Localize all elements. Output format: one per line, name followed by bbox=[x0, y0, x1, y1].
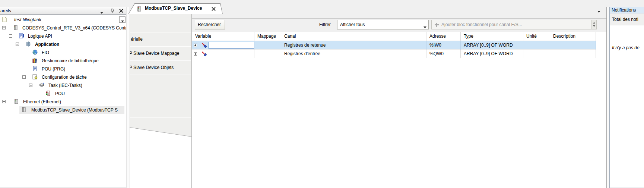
adresse-cell[interactable]: %QW0 bbox=[426, 50, 461, 58]
type-cell[interactable]: ARRAY [0..9] OF WORD bbox=[461, 50, 523, 58]
collapse-expander-icon[interactable] bbox=[16, 43, 19, 46]
tree-item-label: POU bbox=[55, 91, 65, 96]
tree-item-modbus-slave[interactable]: ModbusTCP_Slave_Device (ModbusTCP S bbox=[0, 106, 126, 114]
panel-splitter[interactable] bbox=[127, 7, 129, 188]
table-row[interactable]: Registres de retenue %IW0 ARRAY [0..9] O… bbox=[192, 41, 596, 50]
tree-item-label: Application bbox=[35, 42, 59, 47]
table-header-row: Variable Mappage Canal Adresse Type Unit… bbox=[192, 32, 596, 41]
modbus-device-icon bbox=[136, 6, 143, 12]
plus-icon bbox=[435, 23, 439, 27]
filter-label: Filtrer bbox=[319, 22, 331, 27]
column-header-canal[interactable]: Canal bbox=[281, 32, 426, 41]
tree-item-pou-call[interactable]: POU bbox=[0, 90, 126, 98]
tree-item-label: Ethernet (Ethernet) bbox=[23, 99, 61, 104]
side-tab-separator bbox=[130, 75, 191, 75]
column-header-unite[interactable]: Unité bbox=[523, 32, 550, 41]
ethernet-device-icon bbox=[13, 98, 20, 105]
tree-item-library-manager[interactable]: Gestionnaire de bibliothèque bbox=[0, 57, 126, 65]
column-header-variable[interactable]: Variable bbox=[192, 32, 254, 41]
tab-close-icon[interactable] bbox=[212, 7, 216, 11]
notifications-total-label: Total des noti bbox=[610, 13, 644, 25]
collapse-expander-icon[interactable] bbox=[22, 75, 26, 79]
column-header-adresse[interactable]: Adresse bbox=[426, 32, 461, 41]
tree-item-label: Logique API bbox=[28, 34, 52, 39]
variable-cell[interactable] bbox=[192, 41, 254, 50]
tree-item-label: test fillingtank bbox=[14, 17, 41, 22]
pou-call-icon bbox=[45, 90, 52, 97]
chevron-down-icon[interactable] bbox=[423, 24, 426, 29]
tree-item-label: FIO bbox=[42, 50, 49, 55]
io-mapping-table: Variable Mappage Canal Adresse Type Unit… bbox=[192, 32, 596, 58]
input-variable-icon bbox=[202, 43, 207, 48]
side-tab-slave-device-objets[interactable]: P Slave Device Objets bbox=[130, 60, 191, 75]
tree-item-task[interactable]: Task (IEC-Tasks) bbox=[0, 81, 126, 90]
canal-cell[interactable]: Registres de retenue bbox=[281, 41, 426, 50]
column-header-mappage[interactable]: Mappage bbox=[254, 32, 281, 41]
variable-cell[interactable] bbox=[192, 50, 254, 58]
plc-device-icon bbox=[13, 25, 19, 31]
add-function-block-button[interactable]: Ajouter bloc fonctionnel pour canal E/S.… bbox=[431, 20, 597, 29]
globe-icon bbox=[32, 49, 38, 56]
document-tab-label[interactable]: ModbusTCP_Slave_Device bbox=[145, 6, 202, 11]
collapse-expander-icon[interactable] bbox=[9, 34, 12, 38]
application-gear-icon bbox=[25, 41, 32, 47]
library-books-icon bbox=[32, 57, 38, 64]
tab-overflow-dropdown-icon[interactable] bbox=[597, 9, 600, 14]
task-config-icon bbox=[32, 74, 38, 80]
spinner-control[interactable] bbox=[591, 20, 596, 29]
collapse-expander-icon[interactable] bbox=[2, 26, 6, 29]
close-icon[interactable] bbox=[118, 9, 124, 13]
toolbar-top-border bbox=[192, 18, 606, 19]
expand-icon[interactable] bbox=[194, 52, 197, 56]
tree-item-project[interactable]: test fillingtank bbox=[0, 16, 126, 24]
device-select-dropdown[interactable] bbox=[119, 16, 126, 23]
output-variable-icon bbox=[202, 51, 207, 57]
side-tab-slave-device-mappage[interactable]: P Slave Device Mappage bbox=[130, 46, 191, 60]
tree-item-label: POU (PRG) bbox=[42, 66, 65, 72]
tree-item-pou-prg[interactable]: POU (PRG) bbox=[0, 65, 126, 73]
side-tab-generale[interactable]: érielle bbox=[130, 32, 191, 46]
tree-item-label: CODESYS_Control_RTE_V3_x64 (CODESYS Cont… bbox=[22, 25, 126, 31]
column-header-type[interactable]: Type bbox=[461, 32, 523, 41]
collapse-expander-icon[interactable] bbox=[2, 100, 6, 103]
expand-icon[interactable] bbox=[194, 44, 197, 47]
type-cell[interactable]: ARRAY [0..9] OF WORD bbox=[461, 41, 523, 50]
variable-edit-input[interactable] bbox=[209, 42, 254, 49]
pin-icon[interactable] bbox=[110, 9, 115, 13]
tree-item-plc-device[interactable]: CODESYS_Control_RTE_V3_x64 (CODESYS Cont… bbox=[0, 24, 126, 32]
adresse-cell[interactable]: %IW0 bbox=[426, 41, 461, 50]
tree-item-label: ModbusTCP_Slave_Device (ModbusTCP S bbox=[31, 107, 118, 113]
description-cell[interactable] bbox=[550, 41, 596, 50]
panel-splitter[interactable] bbox=[607, 7, 609, 188]
tree-item-ethernet[interactable]: Ethernet (Ethernet) bbox=[0, 98, 126, 106]
tree-item-plc-logic[interactable]: Logique API bbox=[0, 32, 126, 40]
tree-item-label: Task (IEC-Tasks) bbox=[48, 83, 82, 88]
canal-cell[interactable]: Registres d'entrée bbox=[281, 50, 426, 58]
column-header-description[interactable]: Description bbox=[550, 32, 596, 41]
plc-logic-icon bbox=[19, 33, 25, 39]
tree-item-task-configuration[interactable]: Configuration de tâche bbox=[0, 73, 126, 81]
devices-panel-title: areils bbox=[0, 8, 11, 13]
notifications-panel: Notifications Total des noti Il n'y a pa… bbox=[609, 7, 644, 188]
project-icon bbox=[1, 16, 8, 23]
mappage-cell[interactable] bbox=[254, 41, 281, 50]
unite-cell[interactable] bbox=[523, 50, 550, 58]
filter-dropdown-value: Afficher tous bbox=[340, 22, 365, 27]
side-tab-separator bbox=[130, 103, 191, 103]
tree-item-fio[interactable]: FIO bbox=[0, 48, 126, 57]
tree-item-application[interactable]: Application bbox=[0, 40, 126, 48]
devices-panel: areils test fillingtank CODESYS_Contr bbox=[0, 7, 126, 188]
filter-dropdown[interactable]: Afficher tous bbox=[337, 20, 429, 29]
notifications-empty-message: Il n'y a pas de bbox=[612, 45, 640, 50]
add-function-block-label: Ajouter bloc fonctionnel pour canal E/S.… bbox=[441, 22, 522, 27]
device-tree: test fillingtank CODESYS_Control_RTE_V3_… bbox=[0, 14, 126, 188]
table-row[interactable]: Registres d'entrée %QW0 ARRAY [0..9] OF … bbox=[192, 50, 596, 58]
side-tab-separator bbox=[130, 89, 191, 89]
side-tab-separator bbox=[130, 117, 191, 118]
unite-cell[interactable] bbox=[523, 41, 550, 50]
description-cell[interactable] bbox=[550, 50, 596, 58]
mappage-cell[interactable] bbox=[254, 50, 281, 58]
search-input[interactable]: Rechercher bbox=[195, 20, 225, 29]
modbus-device-icon bbox=[21, 107, 27, 113]
collapse-expander-icon[interactable] bbox=[29, 84, 32, 87]
